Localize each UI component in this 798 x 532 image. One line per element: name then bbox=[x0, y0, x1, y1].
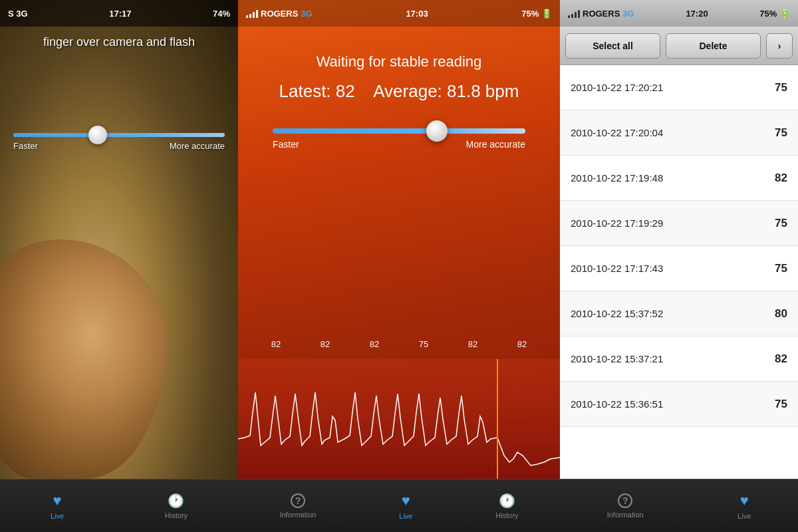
history-datetime: 2010-10-22 17:19:29 bbox=[571, 217, 663, 229]
history-bpm: 75 bbox=[775, 126, 787, 140]
bar1 bbox=[246, 15, 248, 18]
tab-bar-history: ? Information ♥ Live bbox=[560, 479, 798, 532]
tab-live-history-label: Live bbox=[737, 512, 751, 520]
waiting-text: Waiting for stable reading bbox=[317, 53, 482, 70]
bar4 bbox=[256, 10, 258, 18]
beat-6: 82 bbox=[517, 339, 527, 349]
reading-values: Latest: 82 Average: 81.8 bpm bbox=[279, 81, 519, 102]
history-datetime: 2010-10-22 17:20:04 bbox=[571, 127, 663, 138]
status-bar-history: ROGERS 3G 17:20 75% 🔋 bbox=[560, 0, 798, 27]
history-bpm: 75 bbox=[775, 262, 787, 275]
beat-5: 82 bbox=[468, 339, 477, 349]
tab-live-reading[interactable]: ♥ Live bbox=[386, 487, 426, 525]
reading-slider-area: Faster More accurate bbox=[273, 128, 525, 150]
history-row[interactable]: 2010-10-22 15:36:51 75 bbox=[560, 382, 798, 427]
tab-live-reading-label: Live bbox=[399, 512, 412, 520]
speed-slider-area: Faster More accurate bbox=[13, 133, 225, 151]
tab-info-history[interactable]: ? Information bbox=[594, 488, 657, 524]
signal-bars bbox=[246, 9, 258, 18]
history-carrier: ROGERS bbox=[583, 9, 620, 19]
carrier-area: ROGERS 3G bbox=[246, 9, 313, 19]
panel-history: ROGERS 3G 17:20 75% 🔋 Select all Delete … bbox=[560, 0, 798, 532]
info-icon: ? bbox=[291, 493, 305, 508]
h-bar1 bbox=[568, 15, 570, 18]
reading-slider-track[interactable] bbox=[273, 128, 525, 134]
panel-camera: S 3G 17:17 74% finger over camera and fl… bbox=[0, 0, 238, 532]
extra-button[interactable]: › bbox=[766, 33, 793, 59]
reading-faster-label: Faster bbox=[273, 139, 299, 150]
history-datetime: 2010-10-22 17:20:21 bbox=[571, 82, 663, 93]
slider-labels: Faster More accurate bbox=[13, 141, 225, 151]
history-row[interactable]: 2010-10-22 17:20:04 75 bbox=[560, 110, 798, 156]
tab-history-reading[interactable]: 🕐 History bbox=[482, 487, 531, 525]
beat-3: 82 bbox=[370, 339, 379, 349]
history-info-icon: ? bbox=[618, 493, 632, 508]
history-row[interactable]: 2010-10-22 17:20:21 75 bbox=[560, 65, 798, 110]
select-all-button[interactable]: Select all bbox=[565, 33, 660, 59]
history-network: 3G bbox=[622, 9, 634, 19]
history-bpm: 82 bbox=[775, 352, 787, 366]
history-heart-icon: ♥ bbox=[740, 492, 749, 509]
tab-bar-reading: ? Information ♥ Live 🕐 History bbox=[238, 479, 560, 532]
heart-icon: ♥ bbox=[53, 492, 61, 509]
faster-label: Faster bbox=[13, 141, 38, 151]
h-bar4 bbox=[578, 10, 580, 18]
latest-label: Latest: bbox=[279, 81, 331, 101]
tab-history-label: History bbox=[165, 511, 188, 519]
history-bpm: 82 bbox=[775, 172, 787, 185]
history-bpm: 75 bbox=[775, 217, 787, 230]
reading-accurate-label: More accurate bbox=[466, 139, 525, 150]
h-bar2 bbox=[571, 14, 573, 18]
tab-live-label: Live bbox=[51, 512, 64, 520]
reading-slider-thumb[interactable] bbox=[426, 120, 448, 142]
history-list: 2010-10-22 17:20:21 75 2010-10-22 17:20:… bbox=[560, 65, 798, 479]
beat-4: 75 bbox=[419, 339, 428, 349]
history-carrier-area: ROGERS 3G bbox=[568, 9, 634, 19]
history-bpm: 75 bbox=[775, 398, 787, 411]
history-toolbar: Select all Delete › bbox=[560, 27, 798, 65]
history-signal-bars bbox=[568, 9, 580, 18]
time-reading: 17:03 bbox=[406, 9, 428, 19]
carrier-label: S 3G bbox=[8, 9, 28, 19]
history-datetime: 2010-10-22 17:17:43 bbox=[571, 263, 663, 274]
heartrate-chart: 82 82 82 75 82 82 bbox=[238, 332, 560, 479]
tab-history-camera[interactable]: 🕐 History bbox=[152, 487, 201, 525]
history-datetime: 2010-10-22 17:19:48 bbox=[571, 172, 663, 184]
h-bar3 bbox=[575, 12, 577, 18]
carrier-name: ROGERS bbox=[261, 9, 298, 19]
battery-reading: 75% 🔋 bbox=[521, 9, 552, 19]
history-bpm: 80 bbox=[775, 307, 787, 321]
latest-value: 82 bbox=[336, 81, 355, 101]
status-bar-reading: ROGERS 3G 17:03 75% 🔋 bbox=[238, 0, 560, 27]
reading-slider-labels: Faster More accurate bbox=[273, 139, 525, 150]
network-type: 3G bbox=[301, 9, 312, 19]
history-row[interactable]: 2010-10-22 15:37:52 80 bbox=[560, 291, 798, 336]
panel-reading: ROGERS 3G 17:03 75% 🔋 Waiting for stable… bbox=[238, 0, 560, 532]
tab-info-label: Information bbox=[279, 511, 316, 519]
history-row[interactable]: 2010-10-22 15:37:21 82 bbox=[560, 336, 798, 382]
history-datetime: 2010-10-22 15:36:51 bbox=[571, 398, 663, 410]
history-bpm: 75 bbox=[775, 81, 787, 94]
tab-live-history[interactable]: ♥ Live bbox=[724, 487, 764, 525]
chart-beat-labels: 82 82 82 75 82 82 bbox=[238, 339, 560, 349]
heart-icon-active: ♥ bbox=[402, 492, 410, 509]
battery-label: 74% bbox=[213, 9, 230, 19]
average-value: 81.8 bpm bbox=[447, 81, 519, 101]
history-row[interactable]: 2010-10-22 17:17:43 75 bbox=[560, 246, 798, 291]
tab-history-reading-label: History bbox=[495, 511, 518, 519]
slider-thumb[interactable] bbox=[88, 126, 107, 144]
tab-live-camera[interactable]: ♥ Live bbox=[37, 487, 77, 525]
slider-track[interactable] bbox=[13, 133, 225, 137]
delete-button[interactable]: Delete bbox=[666, 33, 761, 59]
tab-info-reading[interactable]: ? Information bbox=[266, 488, 329, 524]
history-row[interactable]: 2010-10-22 17:19:48 82 bbox=[560, 156, 798, 201]
history-battery: 75% 🔋 bbox=[759, 9, 790, 19]
bar2 bbox=[249, 14, 251, 18]
history-datetime: 2010-10-22 15:37:21 bbox=[571, 353, 663, 364]
average-label: Average: bbox=[373, 81, 442, 101]
status-bar-camera: S 3G 17:17 74% bbox=[0, 0, 238, 27]
camera-instruction: finger over camera and flash bbox=[0, 30, 238, 55]
beat-2: 82 bbox=[321, 339, 330, 349]
history-row[interactable]: 2010-10-22 17:19:29 75 bbox=[560, 201, 798, 246]
time-label: 17:17 bbox=[109, 9, 131, 19]
